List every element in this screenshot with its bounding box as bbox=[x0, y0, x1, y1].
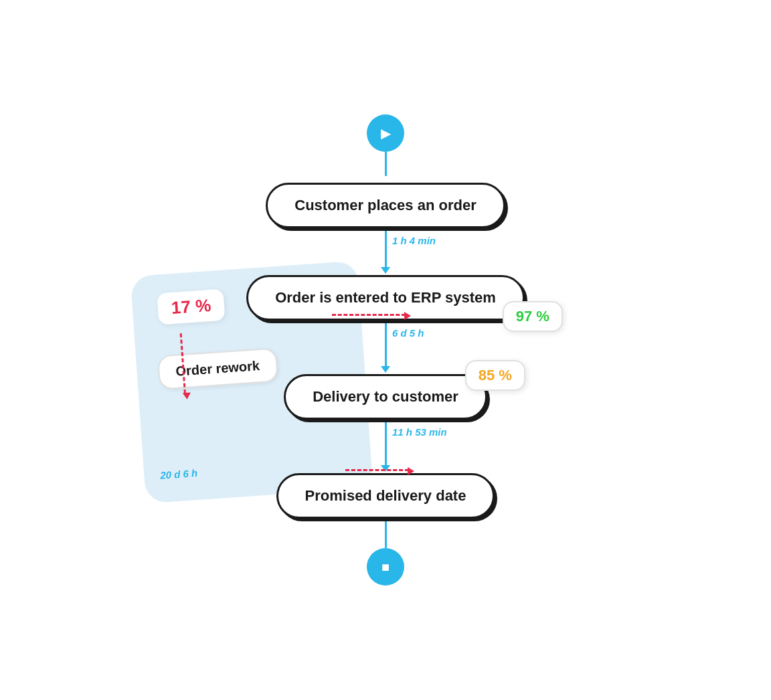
delivery-box: Delivery to customer 85 % bbox=[284, 374, 487, 420]
delivery-label: Delivery to customer bbox=[313, 388, 458, 405]
rework-label: Order rework bbox=[175, 358, 260, 379]
connector-1 bbox=[385, 228, 387, 268]
connector-start bbox=[385, 152, 387, 176]
rework-box: Order rework bbox=[157, 347, 278, 389]
rework-down-arrowhead bbox=[183, 392, 191, 400]
connector-3 bbox=[385, 420, 387, 466]
stop-icon: ■ bbox=[381, 559, 390, 575]
erp-label: Order is entered to ERP system bbox=[275, 289, 496, 306]
connector-2 bbox=[385, 321, 387, 367]
rework-arrow-delivery-head bbox=[408, 467, 414, 475]
end-circle: ■ bbox=[367, 548, 404, 586]
badge-delivery: 85 % bbox=[465, 360, 525, 391]
rework-arrow-to-erp bbox=[332, 314, 406, 316]
badge-erp-value: 97 % bbox=[516, 308, 549, 325]
step-customer-order: Customer places an order bbox=[151, 183, 620, 228]
timing-3: 11 h 53 min bbox=[392, 426, 447, 438]
flow-diagram: ▶ Customer places an order 1 h 4 min Ord… bbox=[151, 114, 620, 586]
badge-delivery-value: 85 % bbox=[479, 367, 512, 383]
badge-erp: 97 % bbox=[503, 301, 563, 332]
rework-percent-value: 17 % bbox=[171, 295, 211, 318]
promised-date-label: Promised delivery date bbox=[305, 487, 466, 504]
rework-arrow-to-delivery bbox=[345, 469, 409, 471]
timing-1: 1 h 4 min bbox=[392, 235, 436, 246]
customer-order-box: Customer places an order bbox=[266, 183, 505, 228]
timing-2: 6 d 5 h bbox=[392, 327, 424, 339]
customer-order-label: Customer places an order bbox=[294, 197, 476, 213]
rework-percent-badge: 17 % bbox=[157, 289, 225, 325]
play-icon: ▶ bbox=[381, 125, 391, 141]
start-circle: ▶ bbox=[367, 114, 404, 152]
promised-date-box: Promised delivery date bbox=[276, 473, 495, 519]
connector-end bbox=[385, 521, 387, 548]
rework-time-bottom: 20 d 6 h bbox=[160, 467, 198, 481]
rework-arrow-erp-head bbox=[404, 312, 411, 320]
